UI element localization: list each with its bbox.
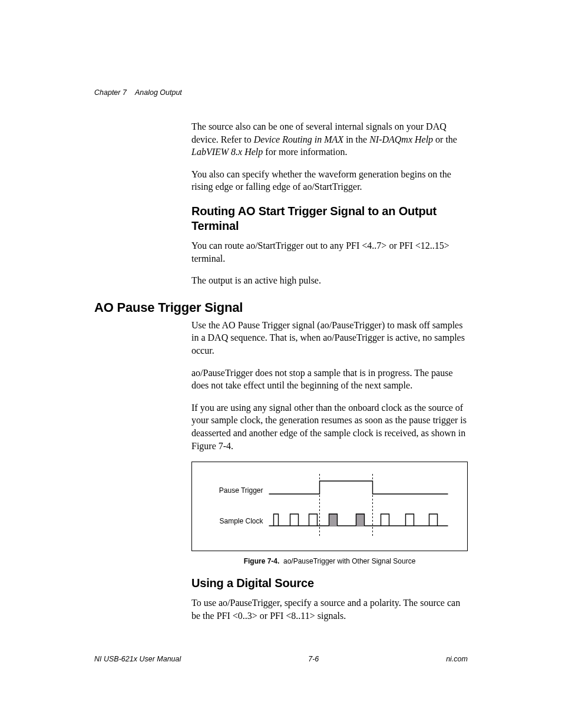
paragraph-source-signals: The source also can be one of several in… [191,120,468,159]
footer-page-number: 7-6 [308,655,319,663]
paragraph-digital-source: To use ao/PauseTrigger, specify a source… [191,597,468,622]
figure-label-pause-trigger: Pause Trigger [219,486,263,495]
paragraph-active-high: The output is an active high pulse. [191,274,468,287]
paragraph-pause-no-stop: ao/PauseTrigger does not stop a sample t… [191,367,468,392]
paragraph-pause-resume: If you are using any signal other than t… [191,401,468,452]
running-header: Chapter 7Analog Output [94,88,468,97]
paragraph-route-pfi: You can route ao/StartTrigger out to any… [191,239,468,265]
header-chapter: Chapter 7 [94,88,127,97]
figure-label-sample-clock: Sample Clock [219,517,263,525]
heading-routing: Routing AO Start Trigger Signal to an Ou… [191,204,468,233]
svg-rect-3 [356,514,365,526]
page-footer: NI USB-621x User Manual 7-6 ni.com [94,655,468,663]
heading-pause-trigger: AO Pause Trigger Signal [94,300,468,315]
header-title: Analog Output [135,88,182,97]
figure-caption: Figure 7-4. ao/PauseTrigger with Other S… [191,557,468,565]
figure-7-4: Pause Trigger Sample Clock [191,462,468,551]
svg-rect-2 [329,514,338,526]
heading-digital-source: Using a Digital Source [191,576,468,591]
paragraph-edge-spec: You also can specify whether the wavefor… [191,168,468,193]
paragraph-pause-use: Use the AO Pause Trigger signal (ao/Paus… [191,319,468,357]
footer-site: ni.com [446,655,468,663]
footer-manual-title: NI USB-621x User Manual [94,655,181,663]
